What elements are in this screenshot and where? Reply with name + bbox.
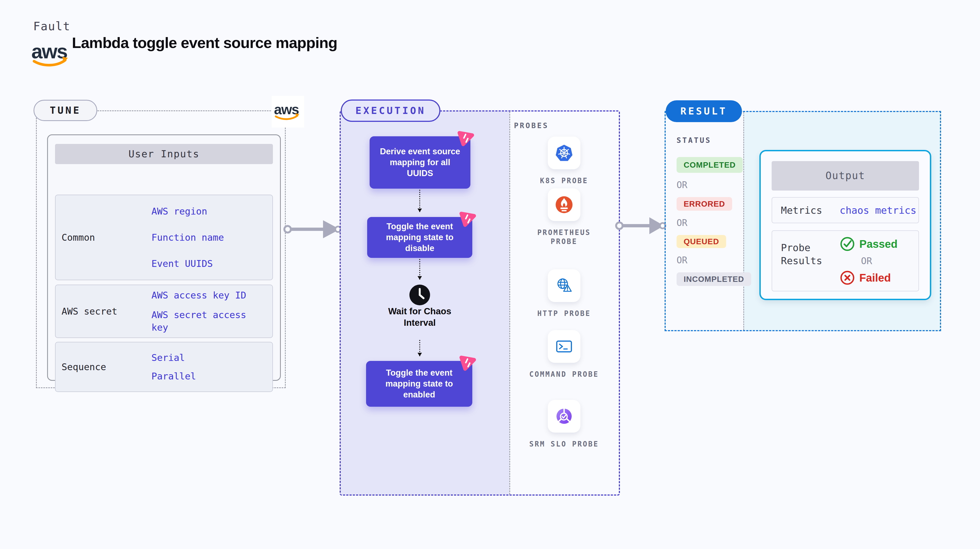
aws-logo-small: aws <box>272 96 304 128</box>
x-circle-icon <box>840 270 855 286</box>
probe-label: PROMETHEUS PROBE <box>523 228 605 246</box>
probe-results-row: Probe Results Passed OR <box>772 230 919 291</box>
chaos-fault-icon <box>458 352 478 372</box>
input-value: Function name <box>151 231 272 244</box>
output-header: Output <box>772 161 919 190</box>
metrics-value: chaos metrics <box>840 205 916 216</box>
probe-card <box>548 330 581 363</box>
input-value: AWS access key ID <box>151 289 258 302</box>
probe-results-values: Passed OR Failed <box>840 231 918 291</box>
srm-slo-icon <box>555 407 573 425</box>
exec-node-toggle-disable: Toggle the event mapping state to disabl… <box>367 217 472 258</box>
connector-arrow <box>419 340 420 356</box>
prometheus-icon <box>555 196 573 214</box>
aws-logo-text: aws <box>274 102 299 117</box>
node-label: Toggle the event mapping state to disabl… <box>375 221 465 254</box>
node-label: Derive event source mapping for all UUID… <box>377 146 463 179</box>
row-label: AWS secret <box>56 285 151 337</box>
user-inputs-card: User Inputs Common AWS region Function n… <box>47 134 281 381</box>
failed-label: Failed <box>859 272 891 284</box>
row-label: Common <box>56 195 151 280</box>
status-badge-queued: QUEUED <box>676 235 726 248</box>
flow-arrow-execution-to-result <box>615 214 666 238</box>
diagram-canvas: Fault aws Lambda toggle event source map… <box>0 0 980 549</box>
input-value: Serial <box>151 351 272 364</box>
input-value: Parallel <box>151 370 272 383</box>
probes-title: PROBES <box>514 121 549 130</box>
connector-arrow <box>419 190 420 212</box>
terminal-icon <box>555 337 573 356</box>
table-row-common: Common AWS region Function name Event UU… <box>55 195 273 280</box>
failed-line: Failed <box>840 270 891 286</box>
node-label: Toggle the event mapping state to enable… <box>374 367 465 400</box>
probe-card <box>548 188 581 221</box>
probe-card <box>548 269 581 302</box>
row-values: AWS access key ID AWS secret access key <box>151 285 272 337</box>
passed-line: Passed <box>840 236 897 252</box>
page-title: Lambda toggle event source mapping <box>72 34 337 51</box>
chaos-fault-icon <box>456 128 476 147</box>
probe-label: K8S PROBE <box>523 176 605 185</box>
connector-arrow <box>419 259 420 280</box>
row-label: Sequence <box>56 342 151 391</box>
input-value: AWS region <box>151 205 272 217</box>
passed-label: Passed <box>859 238 897 250</box>
user-inputs-header: User Inputs <box>55 144 273 164</box>
status-title: STATUS <box>676 136 711 144</box>
probe-command: COMMAND PROBE <box>509 330 619 379</box>
result-pill: RESULT <box>666 100 742 122</box>
execution-section: EXECUTION Derive event source mapping fo… <box>340 110 620 496</box>
row-values: Serial Parallel <box>151 342 272 391</box>
aws-logo: aws <box>31 40 72 69</box>
chaos-fault-icon <box>458 208 478 228</box>
input-value: Event UUIDS <box>151 257 272 270</box>
flow-arrow-tune-to-execution <box>283 217 342 241</box>
table-row-aws-secret: AWS secret AWS access key ID AWS secret … <box>55 284 273 338</box>
result-section: RESULT STATUS COMPLETED OR ERRORED OR QU… <box>665 111 941 331</box>
http-globe-icon <box>555 277 573 295</box>
clock-icon <box>409 284 431 306</box>
probe-card <box>548 400 581 432</box>
check-circle-icon <box>840 236 855 252</box>
kubernetes-icon <box>555 144 573 162</box>
tune-pill: TUNE <box>33 100 97 121</box>
probe-card <box>548 137 581 169</box>
probe-label: COMMAND PROBE <box>523 370 605 379</box>
metrics-row: Metrics chaos metrics <box>772 197 919 223</box>
probe-http: HTTP PROBE <box>509 269 619 318</box>
probe-results-label: Probe Results <box>781 241 830 291</box>
or-separator: OR <box>676 255 687 265</box>
tune-section: TUNE aws User Inputs Common AWS region F… <box>36 110 286 388</box>
table-row-sequence: Sequence Serial Parallel <box>55 342 273 392</box>
exec-node-toggle-enable: Toggle the event mapping state to enable… <box>366 361 472 407</box>
probe-k8s: K8S PROBE <box>509 137 619 185</box>
probe-prometheus: PROMETHEUS PROBE <box>509 188 619 246</box>
row-values: AWS region Function name Event UUIDS <box>151 195 272 280</box>
probe-srm-slo: SRM SLO PROBE <box>509 400 619 449</box>
aws-logo-text: aws <box>31 40 67 63</box>
status-badge-errored: ERRORED <box>676 197 732 211</box>
probe-label: SRM SLO PROBE <box>523 440 605 449</box>
or-separator: OR <box>676 217 687 228</box>
exec-node-derive-mapping: Derive event source mapping for all UUID… <box>370 136 470 188</box>
or-separator: OR <box>861 255 872 267</box>
status-badge-completed: COMPLETED <box>676 157 743 173</box>
input-value: AWS secret access key <box>151 308 258 334</box>
wait-interval-label: Wait for Chaos Interval <box>382 306 458 329</box>
output-card: Output Metrics chaos metrics Probe Resul… <box>759 150 931 300</box>
or-separator: OR <box>676 180 687 190</box>
metrics-label: Metrics <box>781 205 822 216</box>
probe-label: HTTP PROBE <box>523 309 605 318</box>
status-badge-incompleted: INCOMPLETED <box>676 272 751 286</box>
execution-pill: EXECUTION <box>341 99 441 122</box>
status-list: COMPLETED OR ERRORED OR QUEUED OR INCOMP… <box>676 157 751 286</box>
fault-kicker: Fault <box>33 20 70 33</box>
